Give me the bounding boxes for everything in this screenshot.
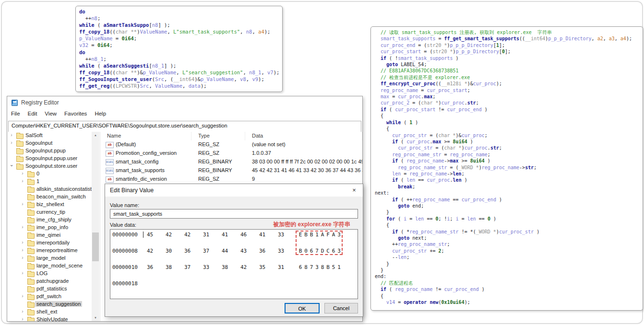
- value-name[interactable]: smartinfo_dic_version: [116, 176, 167, 182]
- value-name[interactable]: (Default): [116, 141, 136, 147]
- tree-item-allskin_statusiconstatistics[interactable]: allskin_statusiconstatistics: [7, 186, 92, 193]
- column-header-type[interactable]: Type: [191, 132, 245, 140]
- tree-item-label[interactable]: large_model_scene: [35, 263, 84, 268]
- value-row[interactable]: smart_task_supportsREG_BINARY45 42 42 31…: [100, 166, 362, 175]
- expand-icon[interactable]: ›: [9, 132, 14, 138]
- dialog-titlebar[interactable]: Edit Binary Value ×: [105, 184, 363, 197]
- tree-item-label[interactable]: imereportdaily: [35, 240, 71, 245]
- tree-item-pdf_statistics[interactable]: pdf_statistics: [7, 285, 92, 293]
- menu-item-file[interactable]: File: [7, 109, 24, 116]
- hex-byte[interactable]: 45: [147, 231, 166, 239]
- tree-item-label[interactable]: imereportrealtime: [35, 247, 79, 253]
- tree-item-label[interactable]: allskin_statusiconstatistics: [35, 186, 92, 192]
- value-row[interactable]: Promotion_config_versionREG_SZ1.0.0.37: [100, 149, 362, 158]
- value-row[interactable]: smart_task_configREG_BINARY38 03 00 00 f…: [100, 158, 362, 166]
- hex-byte[interactable]: 35: [259, 263, 278, 271]
- tree-item-shell_ext[interactable]: ›shell_ext: [7, 308, 92, 316]
- scroll-up-icon[interactable]: ▲: [92, 132, 99, 139]
- tree-item-label[interactable]: 0: [35, 171, 41, 176]
- expand-icon[interactable]: ›: [20, 224, 25, 230]
- tree-item-1[interactable]: ›1: [7, 178, 92, 186]
- hex-byte[interactable]: 36: [184, 247, 203, 255]
- tree-item-label[interactable]: search_suggestion: [35, 301, 82, 307]
- tree-item-label[interactable]: large_model: [35, 255, 67, 261]
- value-row[interactable]: (Default)REG_SZ(value not set): [100, 140, 362, 149]
- tree-item-large_model_scene[interactable]: large_model_scene: [7, 262, 92, 270]
- tree-item-label[interactable]: pdf_statistics: [35, 286, 69, 291]
- value-row[interactable]: smartinfo_dic_versionREG_SZ9: [100, 175, 362, 184]
- tree-item-label[interactable]: SogouInput.ppup: [24, 148, 67, 153]
- hex-byte[interactable]: 46: [240, 231, 259, 239]
- tree-item-patchupgrade[interactable]: patchupgrade: [7, 278, 92, 285]
- address-input[interactable]: Computer\HKEY_CURRENT_USER\SOFTWARE\Sogo…: [8, 121, 361, 133]
- tree-item-label[interactable]: ShiplyUpdate: [35, 316, 69, 321]
- tree-item-SogouInput.store.user[interactable]: ›SogouInput.store.user: [7, 162, 92, 170]
- tree-item-ShiplyUpdate[interactable]: ›ShiplyUpdate: [7, 316, 92, 321]
- collapse-icon[interactable]: ›: [9, 163, 14, 168]
- value-name-field[interactable]: smart_task_supports: [110, 209, 358, 219]
- tree-scrollbar[interactable]: ▲ ▼: [92, 132, 99, 321]
- registry-titlebar[interactable]: Registry Editor: [7, 96, 362, 109]
- hex-byte[interactable]: 41: [259, 231, 278, 239]
- tree-item-biz_shellext[interactable]: ›biz_shellext: [7, 201, 92, 209]
- scrollbar-thumb[interactable]: [92, 232, 99, 261]
- hex-byte[interactable]: 43: [240, 247, 259, 255]
- cancel-button[interactable]: Cancel: [324, 303, 358, 313]
- tree-item-SogouInput.ppup.user[interactable]: SogouInput.ppup.user: [7, 155, 92, 162]
- tree-item-label[interactable]: 1: [35, 178, 41, 184]
- menu-item-help[interactable]: Help: [91, 109, 110, 116]
- expand-icon[interactable]: ›: [20, 293, 25, 299]
- hex-byte[interactable]: 44: [222, 247, 240, 255]
- expand-icon[interactable]: ›: [20, 247, 25, 253]
- tree-item-label[interactable]: shell_ext: [35, 309, 59, 314]
- tree-item-label[interactable]: SogouInput.ppup.user: [24, 155, 79, 161]
- hex-byte[interactable]: 31: [278, 263, 297, 271]
- ok-button[interactable]: OK: [285, 303, 320, 313]
- tree-item-label[interactable]: beacon_main_switch: [35, 194, 87, 199]
- expand-icon[interactable]: ›: [20, 270, 25, 276]
- hex-byte[interactable]: 33: [278, 247, 297, 255]
- tree-item-label[interactable]: currency_tip: [35, 209, 67, 215]
- hex-byte[interactable]: 36: [259, 247, 278, 255]
- tree-item-label[interactable]: ime_qimei: [35, 232, 62, 238]
- hex-byte[interactable]: 37: [184, 263, 203, 271]
- tree-item-0[interactable]: ›0: [7, 170, 92, 178]
- expand-icon[interactable]: ›: [20, 171, 25, 176]
- tree-item-SalSoft[interactable]: ›SalSoft: [7, 132, 92, 139]
- menu-item-view[interactable]: View: [41, 109, 60, 116]
- value-name[interactable]: Promotion_config_version: [116, 150, 177, 156]
- expand-icon[interactable]: ›: [20, 309, 25, 314]
- hex-byte[interactable]: 41: [222, 231, 240, 239]
- hex-byte[interactable]: 38: [166, 263, 184, 271]
- hex-byte[interactable]: 42: [147, 247, 166, 255]
- menu-item-edit[interactable]: Edit: [24, 109, 41, 116]
- value-name[interactable]: smart_task_supports: [116, 167, 165, 173]
- tree-item-ime_pop_info[interactable]: ›ime_pop_info: [7, 224, 92, 232]
- tree-item-LOG[interactable]: ›LOG: [7, 270, 92, 278]
- hex-byte[interactable]: 37: [203, 247, 222, 255]
- expand-icon[interactable]: ›: [20, 240, 25, 245]
- column-header-name[interactable]: Name: [100, 132, 191, 140]
- tree-item-label[interactable]: pdf_switch: [35, 293, 63, 299]
- hex-byte[interactable]: 30: [166, 247, 184, 255]
- hex-byte[interactable]: 36: [147, 263, 166, 271]
- hex-byte[interactable]: 42: [240, 263, 259, 271]
- expand-icon[interactable]: ›: [20, 255, 25, 260]
- tree-item-pdf_switch[interactable]: ›pdf_switch: [7, 293, 92, 301]
- tree-item-beacon_main_switch[interactable]: beacon_main_switch: [7, 193, 92, 201]
- expand-icon[interactable]: ›: [9, 140, 14, 145]
- tree-item-ime_qimei[interactable]: ime_qimei: [7, 232, 92, 239]
- tree-item-ime_cfg_shiply[interactable]: ime_cfg_shiply: [7, 216, 92, 224]
- hex-byte[interactable]: 33: [203, 263, 222, 271]
- value-name[interactable]: smart_task_config: [116, 159, 158, 164]
- tree-item-imereportrealtime[interactable]: ›imereportrealtime: [7, 247, 92, 255]
- tree-item-search_suggestion[interactable]: search_suggestion: [7, 301, 92, 308]
- expand-icon[interactable]: ›: [20, 316, 25, 321]
- hex-byte[interactable]: 42: [184, 231, 203, 239]
- hex-editor[interactable]: 000000004542423141464133EBB1AFA300000008…: [110, 229, 358, 299]
- expand-icon[interactable]: ›: [20, 178, 25, 184]
- menu-item-favorites[interactable]: Favorites: [60, 109, 91, 116]
- hex-byte[interactable]: 42: [166, 231, 184, 239]
- scroll-down-icon[interactable]: ▼: [92, 314, 99, 321]
- tree-item-label[interactable]: patchupgrade: [35, 278, 70, 284]
